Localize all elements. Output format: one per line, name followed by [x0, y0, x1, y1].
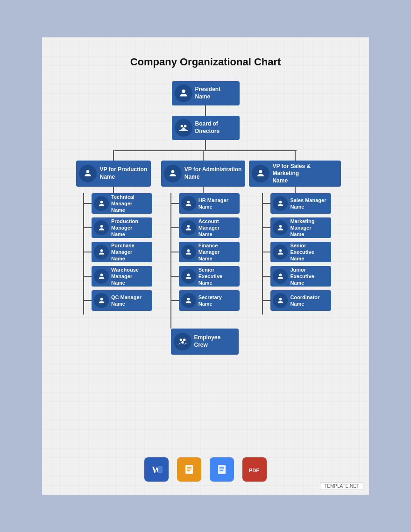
sm-icon	[273, 196, 288, 211]
se-sales-icon	[273, 245, 288, 259]
template-badge: TEMPLATE.NET	[320, 482, 363, 490]
pm-text: Production Manager Name	[111, 218, 142, 238]
acc-text: Account Manager Name	[198, 218, 223, 238]
svg-point-20	[279, 273, 282, 276]
coord-text: Coordinator Name	[290, 294, 323, 308]
sales-manager-item: Sales Manager Name	[263, 193, 331, 214]
col-production: VP for Production Name Technical Man	[70, 150, 157, 315]
svg-rect-36	[220, 469, 224, 469]
svg-rect-37	[220, 470, 223, 471]
page-title: Company Organizational Chart	[130, 56, 281, 68]
h-connector-top	[114, 150, 297, 151]
je-text: Junior Executive Name	[290, 266, 318, 287]
svg-point-23	[183, 339, 185, 342]
top-section: President Name Board of Directors	[172, 81, 240, 150]
gdoc-icon[interactable]	[210, 457, 234, 482]
word-icon[interactable]: W	[144, 457, 169, 482]
finance-manager-item: Finance Manager Name	[171, 242, 240, 262]
employee-icon	[174, 333, 191, 350]
icons-bar: W PDF	[144, 457, 267, 482]
se-admin-icon	[181, 269, 196, 284]
svg-point-10	[171, 170, 174, 174]
junior-exec-item: Junior Executive Name	[263, 266, 331, 287]
board-node: Board of Directors	[172, 116, 240, 140]
svg-rect-29	[185, 465, 193, 474]
pages-icon[interactable]	[177, 457, 201, 482]
qc-icon	[94, 293, 109, 308]
svg-point-12	[187, 225, 190, 228]
wh-text: Warehouse Manager Name	[111, 266, 142, 287]
president-node: President Name	[172, 81, 240, 105]
v-connector-2	[205, 140, 206, 150]
sales-tree: Sales Manager Name Marketing Manager	[262, 193, 331, 315]
v-prod	[113, 150, 114, 161]
pur-icon	[94, 245, 109, 259]
svg-point-4	[86, 170, 90, 174]
board-text: Board of Directors	[195, 120, 224, 135]
vp-admin-node: VP for Administration Name	[161, 161, 246, 187]
hr-text: HR Manager Name	[198, 197, 232, 210]
sm-text: Sales Manager Name	[290, 197, 330, 210]
pur-text: Purchase Manager Name	[111, 242, 138, 262]
mkt-text: Marketing Manager Name	[290, 218, 318, 238]
coordinator-item: Coordinator Name	[263, 290, 331, 311]
admin-tree: HR Manager Name Account Manager Name	[170, 193, 240, 315]
warehouse-manager-item: Warehouse Manager Name	[84, 266, 152, 287]
wh-icon	[94, 269, 109, 284]
senior-exec-admin-item: Senior Executive Name	[171, 266, 240, 287]
tm-text: Technical Manager Name	[111, 194, 138, 214]
svg-point-9	[100, 298, 103, 301]
se-sales-text: Senior Executive Name	[290, 242, 318, 262]
page: Company Organizational Chart President N…	[42, 37, 369, 495]
secretary-item: Secretary Name	[171, 290, 240, 311]
v-connector-1	[205, 105, 206, 116]
svg-point-8	[100, 273, 103, 276]
vp-sales-icon	[252, 165, 269, 182]
technical-manager-item: Technical Manager Name	[84, 193, 152, 214]
je-icon	[273, 269, 288, 284]
employee-node: Employee Crew	[171, 329, 239, 355]
production-manager-item: Production Manager Name	[84, 217, 152, 238]
svg-rect-35	[220, 467, 224, 468]
svg-rect-34	[218, 465, 226, 474]
vp-production-text: VP for Production Name	[99, 166, 151, 181]
se-admin-text: Senior Executive Name	[198, 266, 226, 287]
vp-sales-text: VP for Sales & Marketing Name	[272, 163, 341, 185]
svg-point-11	[187, 201, 190, 203]
svg-point-24	[181, 341, 184, 344]
svg-text:PDF: PDF	[249, 468, 259, 473]
acc-icon	[181, 220, 196, 235]
svg-point-21	[279, 298, 282, 301]
svg-rect-30	[187, 467, 191, 468]
hr-manager-item: HR Manager Name	[171, 193, 240, 214]
svg-rect-27	[158, 466, 163, 473]
senior-exec-sales-item: Senior Executive Name	[263, 242, 331, 262]
vp-sales-node: VP for Sales & Marketing Name	[249, 161, 341, 187]
pm-icon	[94, 220, 109, 235]
col-sales: VP for Sales & Marketing Name Sales Mana…	[249, 150, 341, 315]
svg-point-15	[187, 298, 190, 301]
hr-icon	[181, 196, 196, 211]
three-cols-wrapper: VP for Production Name Technical Man	[70, 150, 341, 329]
svg-point-22	[179, 339, 182, 342]
mkt-icon	[273, 220, 288, 235]
svg-rect-31	[187, 469, 191, 469]
fin-text: Finance Manager Name	[198, 242, 223, 262]
marketing-manager-item: Marketing Manager Name	[263, 217, 331, 238]
svg-point-7	[100, 249, 103, 252]
vp-production-node: VP for Production Name	[76, 161, 151, 187]
svg-point-6	[100, 225, 103, 228]
qc-text: QC Manager Name	[111, 294, 145, 308]
fin-icon	[181, 245, 196, 259]
col-administration: VP for Administration Name HR Manager Na…	[157, 150, 249, 329]
svg-point-1	[180, 125, 183, 128]
board-icon	[175, 119, 192, 137]
v-to-employee	[170, 315, 171, 329]
svg-point-2	[184, 125, 186, 128]
vp-admin-text: VP for Administration Name	[184, 166, 246, 181]
pdf-icon[interactable]: PDF	[242, 457, 267, 482]
svg-point-19	[279, 249, 282, 252]
account-manager-item: Account Manager Name	[171, 217, 240, 238]
qc-manager-item: QC Manager Name	[84, 290, 152, 311]
president-text: President Name	[195, 86, 225, 100]
